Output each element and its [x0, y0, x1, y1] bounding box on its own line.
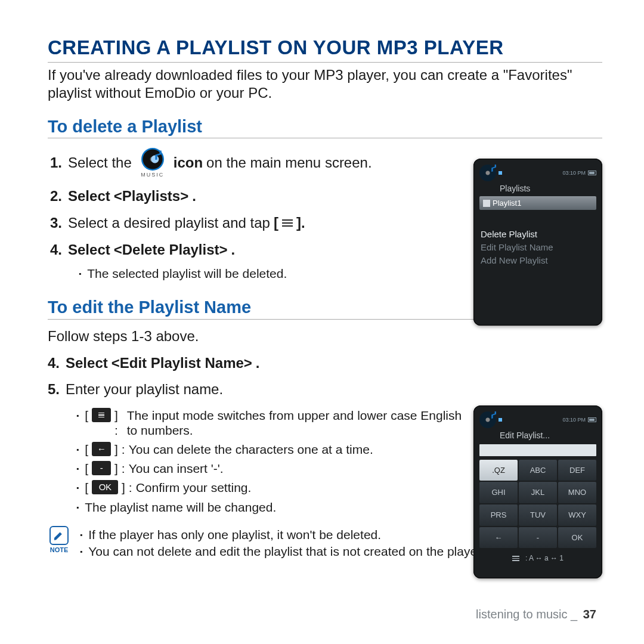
- bullet-icon: ▪: [80, 527, 82, 543]
- step-1-text-b: icon: [174, 154, 203, 172]
- hint-back: ▪ [ ← ] : You can delete the characters …: [76, 442, 465, 457]
- step-4-sub-text: The selected playlist will be deleted.: [87, 266, 287, 281]
- hint-mode: ▪ [ ] : The input mode switches from upp…: [76, 408, 465, 438]
- hint-mode-text: The input mode switches from upper and l…: [127, 408, 465, 438]
- device-selected-playlist: Playlist1: [479, 196, 596, 210]
- device-option-edit: Edit Playlist Name: [479, 241, 596, 254]
- device-text-input: [479, 444, 596, 456]
- note-label: NOTE: [50, 546, 69, 554]
- step-2-text-a: Select: [68, 188, 110, 205]
- key-dash: -: [519, 527, 557, 549]
- bullet-icon: ▪: [76, 408, 79, 423]
- key-abc: ABC: [519, 460, 557, 481]
- step-4: 4. Select <Delete Playlist>.: [50, 242, 453, 259]
- note-icon: [54, 531, 64, 540]
- hint-back-text: You can delete the characters one at a t…: [129, 442, 373, 457]
- step-4-sub: ▪ The selected playlist will be deleted.: [79, 266, 453, 281]
- menu-icon: [512, 556, 519, 561]
- back-button-icon: ←: [92, 442, 111, 456]
- step-1-text-c: on the main menu screen.: [206, 154, 372, 172]
- edit-step-5-text: Enter your playlist name.: [66, 381, 223, 398]
- menu-icon: [282, 218, 293, 228]
- bullet-icon: ▪: [79, 266, 81, 281]
- hint-ok: ▪ [ OK ] : Confirm your setting.: [76, 480, 465, 496]
- step-4-text-c: .: [231, 242, 236, 259]
- key-ok: OK: [558, 527, 596, 549]
- note-1-text: If the player has only one playlist, it …: [88, 527, 381, 543]
- edit-step-4: 4. Select <Edit Playlist Name>.: [48, 355, 465, 372]
- note-2: ▪ You can not delete and edit the playli…: [80, 544, 484, 559]
- section-delete-heading: To delete a Playlist: [48, 116, 602, 139]
- music-icon: [141, 148, 164, 171]
- step-3-num: 3.: [50, 215, 62, 232]
- bullet-icon: ▪: [76, 480, 79, 496]
- edit-step-5-num: 5.: [48, 381, 60, 398]
- device-time: 03:10 PM: [562, 417, 586, 423]
- ok-button-icon: OK: [92, 480, 118, 494]
- page-intro: If you've already downloaded files to yo…: [48, 66, 602, 102]
- key-jkl: JKL: [519, 482, 557, 503]
- hint-dash-text: You can insert '-'.: [129, 461, 224, 476]
- key-qz: .QZ: [479, 460, 518, 481]
- step-3: 3. Select a desired playlist and tap [ ]…: [50, 215, 453, 232]
- device-keypad: .QZ ABC DEF GHI JKL MNO PRS TUV WXY ← - …: [479, 460, 596, 548]
- playlist-icon: [483, 200, 490, 207]
- key-prs: PRS: [479, 504, 518, 526]
- battery-icon: [588, 171, 596, 175]
- hint-dash: ▪ [ - ] : You can insert '-'.: [76, 461, 465, 476]
- device-title: Playlists: [500, 184, 596, 194]
- step-2: 2. Select <Playlists>.: [50, 188, 453, 205]
- status-square-icon: [499, 171, 502, 175]
- bracket-open: [: [274, 215, 278, 232]
- key-back: ←: [479, 527, 518, 549]
- page-footer: listening to music _ 37: [476, 607, 596, 621]
- page-title: CREATING A PLAYLIST ON YOUR MP3 PLAYER: [48, 36, 602, 63]
- dash-button-icon: -: [92, 461, 111, 475]
- follow-steps-text: Follow steps 1-3 above.: [48, 328, 199, 345]
- footer-page-number: 37: [583, 608, 596, 621]
- key-tuv: TUV: [519, 504, 557, 526]
- device-mode-row: : A ↔ a ↔ 1: [479, 554, 596, 562]
- edit-step-4-text-c: .: [256, 355, 260, 372]
- note-1: ▪ If the player has only one playlist, i…: [80, 527, 484, 543]
- edit-step-4-text-b: <Edit Playlist Name>: [112, 355, 252, 372]
- device-option-add: Add New Playlist: [479, 254, 596, 267]
- step-4-text-b: <Delete Playlist>: [114, 242, 228, 259]
- hint-ok-text: Confirm your setting.: [136, 480, 252, 495]
- bullet-icon: ▪: [80, 544, 82, 559]
- music-icon-block: MUSIC: [138, 148, 168, 178]
- step-4-text-a: Select: [68, 242, 110, 259]
- edit-step-5: 5. Enter your playlist name.: [48, 381, 465, 398]
- step-1-text-a: Select the: [68, 154, 132, 172]
- mode-button-icon: [92, 408, 111, 422]
- step-1-num: 1.: [50, 154, 62, 172]
- note-badge: NOTE: [48, 526, 70, 554]
- step-3-text-a: Select a desired playlist and tap: [68, 215, 270, 232]
- device-title: Edit Playlist...: [500, 431, 596, 441]
- music-icon: [479, 165, 496, 181]
- key-def: DEF: [558, 460, 596, 481]
- device-preview-edit: 03:10 PM Edit Playlist... .QZ ABC DEF GH…: [473, 405, 602, 578]
- device-option-delete: Delete Playlist: [479, 228, 596, 241]
- step-1: 1. Select the MUSIC icon on the main men…: [50, 148, 453, 178]
- edit-step-4-text-a: Select: [66, 355, 108, 372]
- status-square-icon: [499, 418, 502, 422]
- step-2-text-c: .: [192, 188, 196, 205]
- key-mno: MNO: [558, 482, 596, 503]
- music-icon: [479, 411, 496, 428]
- hint-final: ▪ The playlist name will be changed.: [76, 500, 465, 515]
- step-2-num: 2.: [50, 188, 62, 205]
- device-mode-text: : A ↔ a ↔ 1: [525, 554, 564, 562]
- device-time: 03:10 PM: [562, 170, 586, 177]
- battery-icon: [588, 417, 596, 422]
- key-ghi: GHI: [479, 482, 518, 503]
- bracket-close: ].: [296, 215, 305, 232]
- bullet-icon: ▪: [76, 442, 79, 457]
- menu-bracket: [ ].: [274, 215, 305, 232]
- edit-step-4-num: 4.: [48, 355, 60, 372]
- follow-steps: Follow steps 1-3 above.: [48, 328, 465, 345]
- device-preview-playlists: 03:10 PM Playlists Playlist1 Delete Play…: [473, 159, 602, 326]
- music-icon-label: MUSIC: [141, 172, 164, 178]
- step-4-num: 4.: [50, 242, 62, 259]
- footer-section: listening to music _: [476, 608, 577, 621]
